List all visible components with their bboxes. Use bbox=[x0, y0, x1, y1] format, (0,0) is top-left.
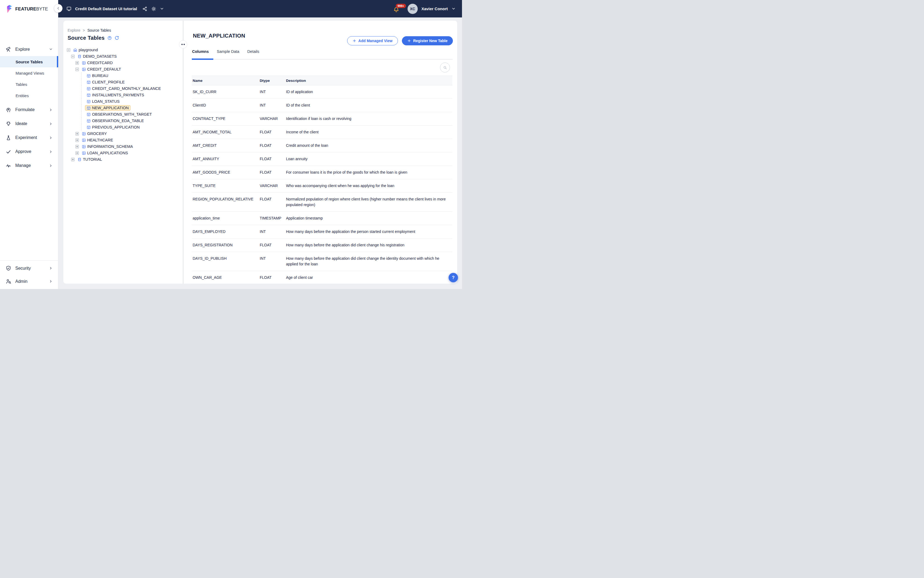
database-icon bbox=[78, 157, 81, 162]
tree-node-content: TUTORIAL bbox=[76, 157, 104, 162]
tree-guide-line bbox=[81, 105, 84, 111]
tree-node-content: playground bbox=[71, 47, 99, 53]
sidebar-item-experiment[interactable]: Experiment bbox=[0, 131, 58, 144]
sidebar-item-formulate[interactable]: Formulate bbox=[0, 103, 58, 117]
expand-node-icon[interactable]: + bbox=[75, 145, 79, 148]
user-menu-chevron-icon[interactable] bbox=[452, 7, 456, 11]
column-dtype-cell: INT bbox=[260, 102, 286, 108]
sidebar-item-ideate[interactable]: Ideate bbox=[0, 117, 58, 131]
breadcrumb-current: Source Tables bbox=[88, 28, 111, 32]
sidebar-item-security[interactable]: Security bbox=[0, 261, 58, 275]
column-description-cell: Identification if loan is cash or revolv… bbox=[286, 116, 452, 122]
sidebar-item-explore[interactable]: Explore bbox=[0, 43, 58, 55]
tree-node-information-schema[interactable]: +INFORMATION_SCHEMA bbox=[66, 143, 182, 150]
tree-node-label: HEALTHCARE bbox=[87, 138, 113, 142]
workspace-menu-chevron-icon[interactable] bbox=[160, 7, 164, 11]
table-row: SK_ID_CURRINTID of application bbox=[192, 85, 452, 99]
tree-node-label: CREDITCARD bbox=[87, 61, 113, 65]
column-dtype-cell: VARCHAR bbox=[260, 183, 286, 188]
help-fab-button[interactable]: ? bbox=[449, 273, 458, 282]
expand-node-icon[interactable]: + bbox=[75, 61, 79, 65]
tree-node-content: INFORMATION_SCHEMA bbox=[80, 144, 135, 149]
tree-node-credit-default[interactable]: −CREDIT_DEFAULT bbox=[66, 66, 182, 73]
user-name[interactable]: Xavier Conort bbox=[421, 6, 448, 11]
column-dtype-cell: FLOAT bbox=[260, 242, 286, 248]
sidebar-item-managed-views[interactable]: Managed Views bbox=[0, 67, 58, 79]
share-icon[interactable] bbox=[142, 6, 148, 11]
table-row: DAYS_ID_PUBLISHINTHow many days before t… bbox=[192, 252, 452, 271]
tree-node-label: CREDIT_DEFAULT bbox=[87, 67, 121, 71]
tree-node-label: OBSERVATIONS_WITH_TARGET bbox=[92, 112, 152, 117]
user-search-icon bbox=[6, 279, 11, 284]
collapse-node-icon[interactable]: − bbox=[71, 55, 75, 58]
breadcrumb-parent[interactable]: Explore bbox=[68, 28, 80, 32]
column-name-cell: AMT_CREDIT bbox=[193, 143, 260, 148]
register-new-table-button[interactable]: Register New Table bbox=[402, 36, 453, 45]
tree-node-content: BUREAU bbox=[85, 73, 110, 78]
expand-node-icon[interactable]: + bbox=[75, 151, 79, 155]
tab-columns[interactable]: Columns bbox=[192, 49, 209, 55]
sidebar-item-label: Ideate bbox=[15, 121, 45, 126]
columns-table-header: NameDtypeDescription bbox=[192, 76, 452, 85]
sidebar-subitem-label: Tables bbox=[16, 82, 27, 87]
collapse-node-icon[interactable]: − bbox=[67, 48, 70, 52]
tree-guide-line bbox=[81, 85, 84, 92]
tree-node-client-profile[interactable]: CLIENT_PROFILE bbox=[66, 79, 182, 85]
sidebar-collapse-button[interactable] bbox=[54, 4, 63, 13]
avatar[interactable]: XC bbox=[407, 4, 418, 14]
column-description-cell: How many days before the application the… bbox=[286, 229, 452, 235]
head-gear-icon bbox=[6, 107, 11, 113]
chevron-right-icon bbox=[49, 150, 53, 154]
tree-node-demo-datasets[interactable]: −DEMO_DATASETS bbox=[66, 53, 182, 60]
column-name-cell: AMT_GOODS_PRICE bbox=[193, 170, 260, 175]
tree-node-bureau[interactable]: BUREAU bbox=[66, 73, 182, 79]
notification-bell[interactable]: 999+ bbox=[393, 5, 400, 12]
column-dtype-cell: INT bbox=[260, 229, 286, 235]
sidebar-item-tables[interactable]: Tables bbox=[0, 79, 58, 90]
tree-node-grocery[interactable]: +GROCERY bbox=[66, 130, 182, 137]
column-description-cell: ID of application bbox=[286, 89, 452, 95]
sidebar-item-label: Approve bbox=[15, 149, 45, 154]
tree-node-loan-applications[interactable]: +LOAN_APPLICATIONS bbox=[66, 150, 182, 156]
tree-node-healthcare[interactable]: +HEALTHCARE bbox=[66, 137, 182, 143]
table-row: DAYS_EMPLOYEDINTHow many days before the… bbox=[192, 225, 452, 239]
tree-node-previous-application[interactable]: PREVIOUS_APPLICATION bbox=[66, 124, 182, 130]
expand-node-icon[interactable]: + bbox=[71, 158, 75, 161]
tree-node-observations-with-target[interactable]: OBSERVATIONS_WITH_TARGET bbox=[66, 111, 182, 117]
add-managed-view-button[interactable]: Add Managed View bbox=[347, 36, 398, 45]
help-circle-icon[interactable] bbox=[107, 36, 112, 40]
expand-node-icon[interactable]: + bbox=[75, 132, 79, 135]
tree-node-installments-payments[interactable]: INSTALLMENTS_PAYMENTS bbox=[66, 92, 182, 98]
tree-node-content: CREDIT_CARD_MONTHLY_BALANCE bbox=[85, 86, 162, 91]
sidebar-item-source-tables[interactable]: Source Tables bbox=[0, 56, 58, 67]
sidebar-item-label: Experiment bbox=[15, 135, 45, 140]
tree-node-credit-card-monthly-balance[interactable]: CREDIT_CARD_MONTHLY_BALANCE bbox=[66, 85, 182, 92]
tree-node-new-application[interactable]: NEW_APPLICATION bbox=[66, 105, 182, 111]
settings-gear-icon[interactable] bbox=[151, 6, 156, 11]
table-icon bbox=[87, 112, 91, 117]
table-search-button[interactable] bbox=[440, 63, 450, 73]
expand-node-icon[interactable]: + bbox=[75, 138, 79, 142]
columns-table: NameDtypeDescription SK_ID_CURRINTID of … bbox=[192, 76, 452, 284]
tree-node-playground[interactable]: −playground bbox=[66, 47, 182, 53]
collapse-node-icon[interactable]: − bbox=[75, 68, 79, 71]
table-row: DAYS_REGISTRATIONFLOATHow many days befo… bbox=[192, 239, 452, 252]
tab-details[interactable]: Details bbox=[247, 49, 259, 55]
sidebar-item-entities[interactable]: Entities bbox=[0, 90, 58, 101]
tree-node-content: OBSERVATIONS_WITH_TARGET bbox=[85, 112, 154, 117]
sidebar-item-manage[interactable]: Manage bbox=[0, 159, 58, 172]
table-detail-pane: NEW_APPLICATION Add Managed View Registe… bbox=[183, 21, 457, 284]
tree-node-loan-status[interactable]: LOAN_STATUS bbox=[66, 98, 182, 105]
tab-sample-data[interactable]: Sample Data bbox=[217, 49, 239, 55]
chevron-right-icon bbox=[49, 164, 53, 167]
sidebar-item-approve[interactable]: Approve bbox=[0, 144, 58, 159]
table-row: AMT_INCOME_TOTALFLOATIncome of the clien… bbox=[192, 126, 452, 139]
tree-node-creditcard[interactable]: +CREDITCARD bbox=[66, 60, 182, 66]
tree-node-observation-eda-table[interactable]: OBSERVATION_EDA_TABLE bbox=[66, 117, 182, 124]
column-description-cell: Application timestamp bbox=[286, 216, 452, 221]
refresh-icon[interactable] bbox=[115, 36, 119, 40]
tree-node-tutorial[interactable]: +TUTORIAL bbox=[66, 156, 182, 162]
featurebyte-logo[interactable]: FEATUREBYTE bbox=[0, 0, 58, 13]
column-dtype-cell: FLOAT bbox=[260, 275, 286, 281]
sidebar-item-admin[interactable]: Admin bbox=[0, 275, 58, 288]
